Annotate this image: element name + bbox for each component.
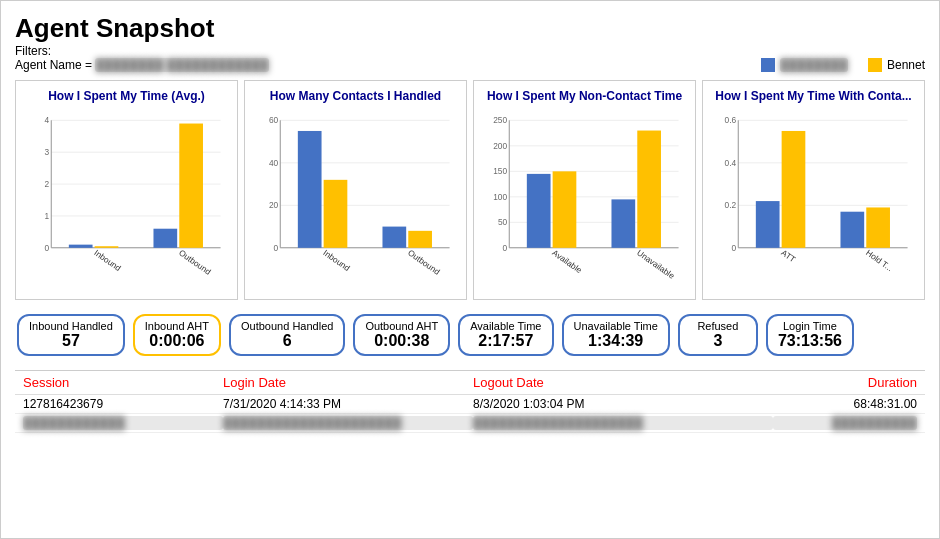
svg-rect-65 [782, 131, 806, 248]
legend-box-1 [761, 58, 775, 72]
svg-text:40: 40 [269, 158, 279, 168]
stat-value-1: 0:00:06 [145, 332, 209, 350]
svg-text:0.6: 0.6 [725, 116, 737, 126]
table-cell-1-0: ████████████ [23, 416, 223, 430]
table-cell-1-2: ████████████████████ [473, 416, 773, 430]
header-row: Agent Snapshot Filters: Agent Name = ███… [15, 13, 925, 72]
legend-box-2 [868, 58, 882, 72]
svg-text:0: 0 [274, 243, 279, 253]
table-cell-0-2: 8/3/2020 1:03:04 PM [473, 397, 773, 411]
agent-name-label: Agent Name = [15, 58, 92, 72]
header-left: Agent Snapshot Filters: Agent Name = ███… [15, 13, 269, 72]
svg-text:0.2: 0.2 [725, 201, 737, 211]
table-cell-1-1: █████████████████████ [223, 416, 473, 430]
svg-rect-12 [69, 245, 93, 248]
chart-title-0: How I Spent My Time (Avg.) [22, 89, 231, 103]
svg-text:Hold T...: Hold T... [864, 248, 895, 274]
svg-text:Available: Available [550, 248, 584, 276]
chart-title-1: How Many Contacts I Handled [251, 89, 460, 103]
legend-label-1: ████████ [780, 58, 848, 72]
table-header: SessionLogin DateLogout DateDuration [15, 371, 925, 395]
filters-label: Filters: [15, 44, 51, 58]
chart-card-0: How I Spent My Time (Avg.)01234InboundOu… [15, 80, 238, 300]
table-cell-1-3: ██████████ [773, 416, 917, 430]
svg-text:1: 1 [45, 211, 50, 221]
stat-box-6: Refused3 [678, 314, 758, 356]
stat-box-5: Unavailable Time1:34:39 [562, 314, 670, 356]
chart-title-3: How I Spent My Time With Conta... [709, 89, 918, 103]
svg-text:250: 250 [493, 116, 507, 126]
svg-text:150: 150 [493, 167, 507, 177]
page-wrapper: Agent Snapshot Filters: Agent Name = ███… [0, 0, 940, 539]
stat-label-6: Refused [690, 320, 746, 332]
charts-row: How I Spent My Time (Avg.)01234InboundOu… [15, 80, 925, 300]
svg-text:200: 200 [493, 141, 507, 151]
stat-label-0: Inbound Handled [29, 320, 113, 332]
svg-text:4: 4 [45, 116, 50, 126]
svg-text:Outbound: Outbound [177, 248, 213, 277]
filters-line: Filters: Agent Name = ████████ █████████… [15, 44, 269, 72]
stats-row: Inbound Handled57Inbound AHT0:00:06Outbo… [15, 308, 925, 362]
chart-card-1: How Many Contacts I Handled0204060Inboun… [244, 80, 467, 300]
bar-chart-svg-1: 0204060InboundOutbound [251, 107, 460, 295]
stat-value-7: 73:13:56 [778, 332, 842, 350]
table-row: ████████████████████████████████████████… [15, 414, 925, 433]
bar-chart-svg-0: 01234InboundOutbound [22, 107, 231, 295]
svg-text:2: 2 [45, 180, 50, 190]
svg-text:ATT: ATT [779, 248, 797, 265]
chart-area-2: 050100150200250AvailableUnavailable [480, 107, 689, 295]
svg-text:0.4: 0.4 [725, 158, 737, 168]
svg-text:3: 3 [45, 148, 50, 158]
svg-rect-28 [298, 131, 322, 248]
svg-rect-64 [756, 201, 780, 248]
chart-area-3: 00.20.40.6ATTHold T... [709, 107, 918, 295]
table-body: 1278164236797/31/2020 4:14:33 PM8/3/2020… [15, 395, 925, 433]
stat-box-7: Login Time73:13:56 [766, 314, 854, 356]
legend-label-2: Bennet [887, 58, 925, 72]
svg-text:0: 0 [45, 243, 50, 253]
stat-box-4: Available Time2:17:57 [458, 314, 553, 356]
chart-card-2: How I Spent My Non-Contact Time050100150… [473, 80, 696, 300]
stat-value-4: 2:17:57 [470, 332, 541, 350]
stat-value-3: 0:00:38 [365, 332, 438, 350]
stat-value-5: 1:34:39 [574, 332, 658, 350]
svg-text:Inbound: Inbound [321, 248, 352, 274]
svg-rect-52 [637, 131, 661, 248]
table-section: SessionLogin DateLogout DateDuration 127… [15, 370, 925, 526]
svg-text:Outbound: Outbound [406, 248, 442, 277]
svg-text:60: 60 [269, 116, 279, 126]
svg-rect-31 [382, 227, 406, 248]
svg-text:50: 50 [498, 218, 508, 228]
stat-box-1: Inbound AHT0:00:06 [133, 314, 221, 356]
svg-text:Unavailable: Unavailable [635, 248, 677, 281]
table-cell-0-1: 7/31/2020 4:14:33 PM [223, 397, 473, 411]
stat-label-1: Inbound AHT [145, 320, 209, 332]
table-header-3: Duration [773, 375, 917, 390]
agent-name-value: ████████ ████████████ [95, 58, 268, 72]
bar-chart-svg-2: 050100150200250AvailableUnavailable [480, 107, 689, 295]
stat-label-4: Available Time [470, 320, 541, 332]
agent-legend: ████████ Bennet [761, 58, 925, 72]
svg-text:100: 100 [493, 192, 507, 202]
stat-label-3: Outbound AHT [365, 320, 438, 332]
stat-box-2: Outbound Handled6 [229, 314, 345, 356]
svg-text:0: 0 [503, 243, 508, 253]
chart-title-2: How I Spent My Non-Contact Time [480, 89, 689, 103]
table-header-1: Login Date [223, 375, 473, 390]
svg-rect-68 [866, 208, 890, 248]
stat-box-3: Outbound AHT0:00:38 [353, 314, 450, 356]
svg-rect-15 [153, 229, 177, 248]
stat-label-5: Unavailable Time [574, 320, 658, 332]
chart-area-1: 0204060InboundOutbound [251, 107, 460, 295]
stat-value-0: 57 [29, 332, 113, 350]
table-row: 1278164236797/31/2020 4:14:33 PM8/3/2020… [15, 395, 925, 414]
stat-value-6: 3 [690, 332, 746, 350]
svg-rect-29 [324, 180, 348, 248]
bar-chart-svg-3: 00.20.40.6ATTHold T... [709, 107, 918, 295]
stat-label-2: Outbound Handled [241, 320, 333, 332]
svg-text:0: 0 [732, 243, 737, 253]
table-cell-0-3: 68:48:31.00 [773, 397, 917, 411]
stat-value-2: 6 [241, 332, 333, 350]
svg-rect-16 [179, 124, 203, 248]
svg-rect-48 [527, 174, 551, 248]
